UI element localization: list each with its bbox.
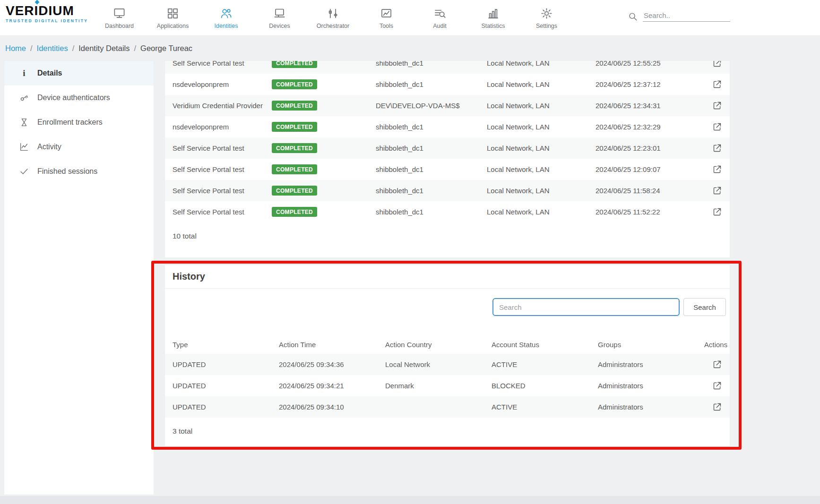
history-search-input[interactable] bbox=[492, 298, 680, 316]
column-header-account-status: Account Status bbox=[492, 341, 598, 349]
applications-icon bbox=[166, 7, 179, 20]
session-network: Local Network, LAN bbox=[487, 123, 596, 131]
history-row: UPDATED 2024/06/25 09:34:21 Denmark BLOC… bbox=[165, 375, 730, 396]
open-session-icon[interactable] bbox=[703, 186, 722, 196]
search-icon bbox=[628, 11, 638, 22]
session-time: 2024/06/25 12:34:31 bbox=[596, 102, 703, 110]
breadcrumb-identities[interactable]: Identities bbox=[37, 44, 68, 53]
veridium-logo[interactable]: VERIDIUM TRUSTED DIGITAL IDENTITY bbox=[6, 4, 100, 23]
session-server: DEV\DEVELOP-VDA-MS$ bbox=[376, 102, 487, 110]
session-server: shibboleth_dc1 bbox=[376, 80, 487, 88]
session-row: Veridium Credential Provider COMPLETED D… bbox=[165, 95, 730, 116]
global-search bbox=[628, 9, 730, 22]
history-country: Local Network bbox=[385, 360, 492, 368]
breadcrumb-home[interactable]: Home bbox=[5, 44, 26, 53]
logo-wordmark: VERIDIUM bbox=[6, 4, 100, 18]
session-server: shibboleth_dc1 bbox=[376, 123, 487, 131]
history-account-status: BLOCKED bbox=[492, 382, 598, 390]
nav-item-orchestrator[interactable]: Orchestrator bbox=[306, 0, 360, 36]
orchestrator-icon bbox=[327, 7, 339, 20]
history-card: History Search Type Action Time Action C… bbox=[164, 265, 730, 446]
open-history-entry-icon[interactable] bbox=[704, 402, 722, 412]
session-time: 2024/06/25 12:55:25 bbox=[596, 60, 703, 67]
top-navigation: VERIDIUM TRUSTED DIGITAL IDENTITY Dashbo… bbox=[0, 0, 820, 36]
sessions-rows: Self Service Portal test COMPLETED shibb… bbox=[165, 60, 730, 222]
identities-icon bbox=[220, 7, 233, 20]
sidebar-item-device-authenticators[interactable]: Device authenticators bbox=[4, 85, 154, 110]
session-time: 2024/06/25 12:09:07 bbox=[596, 165, 703, 173]
sidebar-item-label: Details bbox=[37, 69, 62, 77]
history-rows: UPDATED 2024/06/25 09:34:36 Local Networ… bbox=[165, 354, 730, 418]
history-time: 2024/06/25 09:34:10 bbox=[279, 403, 385, 411]
session-time: 2024/06/25 11:52:22 bbox=[596, 208, 703, 216]
open-history-entry-icon[interactable] bbox=[704, 359, 722, 369]
history-search-button[interactable]: Search bbox=[683, 298, 726, 316]
sessions-table-card: Self Service Portal test COMPLETED shibb… bbox=[164, 60, 730, 258]
session-network: Local Network, LAN bbox=[487, 102, 596, 110]
audit-icon bbox=[433, 7, 446, 20]
history-type: UPDATED bbox=[173, 403, 279, 411]
open-session-icon[interactable] bbox=[703, 101, 722, 111]
session-name: nsdeveloponprem bbox=[173, 80, 272, 88]
nav-item-dashboard[interactable]: Dashboard bbox=[93, 0, 146, 36]
session-time: 2024/06/25 12:32:29 bbox=[596, 123, 703, 131]
column-header-groups: Groups bbox=[598, 341, 704, 349]
nav-item-audit[interactable]: Audit bbox=[413, 0, 466, 36]
sidebar-item-label: Activity bbox=[37, 143, 61, 151]
open-session-icon[interactable] bbox=[703, 164, 722, 174]
history-type: UPDATED bbox=[173, 382, 279, 390]
check-icon bbox=[18, 166, 30, 177]
sessions-total: 10 total bbox=[165, 222, 730, 250]
sidebar-item-label: Device authenticators bbox=[37, 94, 110, 102]
open-session-icon[interactable] bbox=[703, 122, 722, 132]
column-header-type: Type bbox=[173, 341, 279, 349]
open-history-entry-icon[interactable] bbox=[704, 381, 722, 391]
nav-item-identities[interactable]: Identities bbox=[199, 0, 253, 36]
dashboard-icon bbox=[113, 7, 126, 20]
breadcrumb: Home / Identities / Identity Details / G… bbox=[0, 36, 820, 60]
session-name: Self Service Portal test bbox=[173, 165, 272, 173]
history-groups: Administrators bbox=[598, 403, 704, 411]
breadcrumb-separator: / bbox=[72, 44, 75, 53]
status-badge: COMPLETED bbox=[272, 164, 317, 174]
session-name: nsdeveloponprem bbox=[173, 123, 272, 131]
history-time: 2024/06/25 09:34:21 bbox=[279, 382, 385, 390]
nav-item-devices[interactable]: Devices bbox=[253, 0, 306, 36]
sidebar-item-details[interactable]: i Details bbox=[4, 61, 154, 85]
sidebar-item-finished-sessions[interactable]: Finished sessions bbox=[4, 159, 154, 184]
session-server: shibboleth_dc1 bbox=[376, 208, 487, 216]
session-name: Self Service Portal test bbox=[173, 208, 272, 216]
session-row: nsdeveloponprem COMPLETED shibboleth_dc1… bbox=[165, 116, 730, 137]
open-session-icon[interactable] bbox=[703, 143, 722, 153]
status-badge: COMPLETED bbox=[272, 143, 317, 153]
session-server: shibboleth_dc1 bbox=[376, 60, 487, 67]
global-search-input[interactable] bbox=[643, 9, 730, 22]
session-row: Self Service Portal test COMPLETED shibb… bbox=[165, 180, 730, 201]
open-session-icon[interactable] bbox=[703, 79, 722, 89]
session-server: shibboleth_dc1 bbox=[376, 165, 487, 173]
history-account-status: ACTIVE bbox=[492, 403, 598, 411]
status-badge: COMPLETED bbox=[272, 122, 317, 132]
column-header-action-country: Action Country bbox=[385, 341, 492, 349]
history-search-row: Search bbox=[165, 289, 730, 325]
breadcrumb-separator: / bbox=[30, 44, 33, 53]
history-account-status: ACTIVE bbox=[492, 360, 598, 368]
session-row: Self Service Portal test COMPLETED shibb… bbox=[165, 159, 730, 180]
session-name: Self Service Portal test bbox=[173, 144, 272, 152]
column-header-action-time: Action Time bbox=[279, 341, 385, 349]
open-session-icon[interactable] bbox=[703, 60, 722, 68]
nav-item-statistics[interactable]: Statistics bbox=[466, 0, 520, 36]
nav-item-tools[interactable]: Tools bbox=[360, 0, 413, 36]
nav-item-settings[interactable]: Settings bbox=[520, 0, 573, 36]
history-column-headers: Type Action Time Action Country Account … bbox=[165, 335, 730, 354]
open-session-icon[interactable] bbox=[703, 207, 722, 217]
sidebar-item-enrollment-trackers[interactable]: Enrollment trackers bbox=[4, 110, 154, 135]
history-groups: Administrators bbox=[598, 360, 704, 368]
session-network: Local Network, LAN bbox=[487, 144, 596, 152]
breadcrumb-identity-details: Identity Details bbox=[78, 44, 129, 53]
nav-item-applications[interactable]: Applications bbox=[146, 0, 199, 36]
session-name: Veridium Credential Provider bbox=[173, 102, 272, 110]
session-time: 2024/06/25 11:58:24 bbox=[596, 187, 703, 195]
session-network: Local Network, LAN bbox=[487, 80, 596, 88]
sidebar-item-activity[interactable]: Activity bbox=[4, 135, 154, 159]
